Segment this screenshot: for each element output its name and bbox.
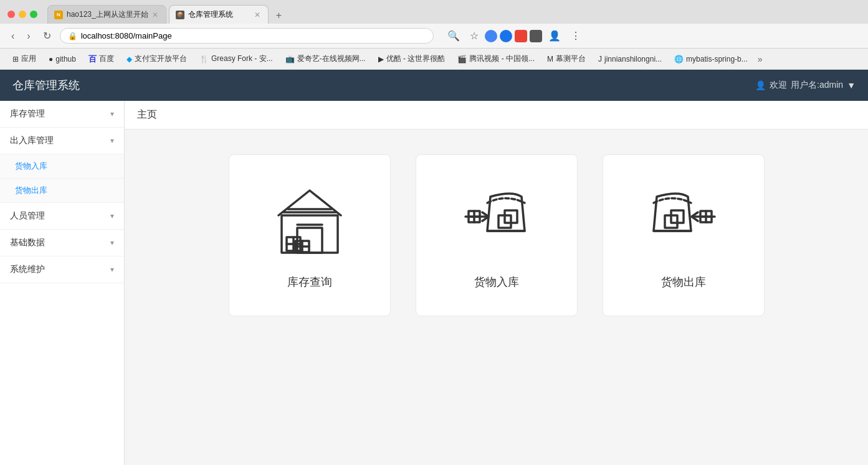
more-button[interactable]: ⋮ [567, 27, 584, 44]
sidebar-label-system: 系统维护 [10, 264, 45, 275]
lock-icon: 🔒 [68, 32, 77, 40]
traffic-lights [7, 11, 37, 18]
tab-favicon-1: N [54, 11, 63, 19]
bookmark-youku[interactable]: ▶ 优酷 - 这世界很酷 [373, 52, 451, 66]
refresh-button[interactable]: ↻ [39, 27, 55, 44]
sidebar-item-system[interactable]: 系统维护 ▾ [0, 256, 124, 283]
sidebar-arrow-base-data: ▾ [110, 238, 114, 247]
youku-icon: ▶ [378, 55, 384, 63]
toolbar-actions: 🔍 ☆ 👤 ⋮ [444, 27, 584, 44]
close-button[interactable] [7, 11, 15, 18]
sidebar-subitem-label-goods-out: 货物出库 [15, 186, 47, 195]
browser-tab-2[interactable]: 📦 仓库管理系统 ✕ [169, 5, 269, 24]
chrome-extension-2[interactable] [500, 30, 512, 42]
sidebar-label-inout: 出入库管理 [10, 135, 54, 146]
chrome-extension-3[interactable] [515, 30, 527, 42]
cards-container: 库存查询 [229, 154, 765, 316]
main-page-header: 主页 [125, 101, 868, 129]
sidebar-item-people[interactable]: 人员管理 ▾ [0, 203, 124, 230]
bookmark-alipay[interactable]: ◆ 支付宝开放平台 [122, 52, 192, 66]
browser-tab-1[interactable]: N hao123_上网从这里开始 ✕ [47, 5, 166, 24]
card-label-inventory: 库存查询 [287, 275, 332, 289]
bookmark-baidu[interactable]: 百 百度 [83, 52, 119, 67]
new-tab-button[interactable]: + [271, 7, 287, 24]
alipay-icon: ◆ [126, 55, 132, 63]
sidebar-arrow-inout: ▾ [110, 136, 114, 145]
bookmark-label-alipay: 支付宝开放平台 [135, 54, 187, 64]
app-header: 仓库管理系统 👤 欢迎 用户名:admin ▼ [0, 70, 868, 101]
tab-favicon-2: 📦 [176, 11, 184, 19]
bookmark-label-baidu: 百度 [99, 54, 114, 64]
tab-title-1: hao123_上网从这里开始 [67, 9, 148, 20]
sidebar-submenu-inout: 货物入库 货物出库 [0, 154, 124, 203]
mutest-icon: M [547, 55, 553, 63]
bookmark-star-button[interactable]: ☆ [466, 27, 482, 44]
baidu-icon: 百 [88, 54, 97, 65]
bookmark-label-mybatis: mybatis-spring-b... [686, 55, 748, 63]
bookmark-mutest[interactable]: M 幕测平台 [542, 52, 591, 66]
user-menu[interactable]: 👤 欢迎 用户名:admin ▼ [755, 80, 856, 91]
sidebar-arrow-people: ▾ [110, 212, 114, 220]
app-body: 库存管理 ▾ 出入库管理 ▾ 货物入库 货物出库 [0, 101, 868, 465]
maximize-button[interactable] [30, 11, 37, 18]
chrome-extension-4[interactable] [530, 30, 542, 42]
bookmark-iqiyi[interactable]: 📺 爱奇艺-在线视频网... [280, 52, 371, 66]
sidebar-arrow-inventory: ▾ [110, 110, 114, 118]
tab-close-2[interactable]: ✕ [254, 11, 260, 19]
bookmarks-bar: ⊞ 应用 ● github 百 百度 ◆ 支付宝开放平台 🍴 Greasy Fo… [0, 49, 868, 70]
profile-button[interactable]: 👤 [545, 27, 565, 44]
bookmarks-more-button[interactable]: » [755, 52, 765, 67]
mybatis-icon: 🌐 [674, 55, 684, 63]
welcome-text: 欢迎 [770, 80, 787, 91]
card-inbound[interactable]: 货物入库 [416, 154, 578, 316]
bookmark-label-youku: 优酷 - 这世界很酷 [386, 54, 446, 64]
sidebar-label-base-data: 基础数据 [10, 237, 45, 248]
sidebar-subitem-goods-in[interactable]: 货物入库 [0, 154, 124, 179]
user-dropdown-arrow: ▼ [847, 80, 856, 90]
outbound-icon [643, 181, 724, 262]
sidebar-subitem-goods-out[interactable]: 货物出库 [0, 179, 124, 203]
tencent-icon: 🎬 [457, 55, 467, 63]
main-content: 主页 [125, 101, 868, 465]
card-inventory[interactable]: 库存查询 [229, 154, 391, 316]
jinnian-icon: J [598, 55, 602, 63]
tab-close-1[interactable]: ✕ [152, 11, 158, 19]
bookmark-greasyfork[interactable]: 🍴 Greasy Fork - 安... [194, 52, 278, 66]
bookmark-jinnian[interactable]: J jinnianshilongni... [593, 53, 667, 65]
browser-window: N hao123_上网从这里开始 ✕ 📦 仓库管理系统 ✕ + ‹ › ↻ 🔒 … [0, 0, 868, 465]
bookmark-label-tencent: 腾讯视频 - 中国领... [469, 54, 535, 64]
warehouse-icon [269, 181, 350, 262]
address-bar[interactable]: 🔒 [60, 28, 434, 44]
sidebar-item-inventory[interactable]: 库存管理 ▾ [0, 101, 124, 128]
bookmark-label-greasyfork: Greasy Fork - 安... [211, 54, 273, 64]
zoom-button[interactable]: 🔍 [444, 27, 464, 44]
card-outbound[interactable]: 货物出库 [603, 154, 765, 316]
bookmark-mybatis[interactable]: 🌐 mybatis-spring-b... [669, 53, 753, 65]
minimize-button[interactable] [19, 11, 26, 18]
page-title: 主页 [137, 109, 157, 120]
github-icon: ● [49, 55, 53, 63]
address-input[interactable] [81, 31, 426, 40]
sidebar-label-people: 人员管理 [10, 210, 45, 222]
bookmark-apps[interactable]: ⊞ 应用 [7, 52, 41, 66]
bookmark-label-iqiyi: 爱奇艺-在线视频网... [297, 54, 366, 64]
bookmark-label-apps: 应用 [21, 54, 36, 64]
sidebar-arrow-system: ▾ [110, 265, 114, 274]
back-button[interactable]: ‹ [7, 28, 18, 44]
sidebar-item-base-data[interactable]: 基础数据 ▾ [0, 230, 124, 256]
user-icon: 👤 [755, 80, 766, 90]
app-title: 仓库管理系统 [12, 78, 80, 93]
inbound-icon [456, 181, 537, 262]
tab-title-2: 仓库管理系统 [188, 9, 250, 20]
sidebar-label-inventory: 库存管理 [10, 108, 45, 120]
sidebar-subitem-label-goods-in: 货物入库 [15, 161, 47, 171]
app-container: 仓库管理系统 👤 欢迎 用户名:admin ▼ 库存管理 ▾ 出入库管理 ▾ [0, 70, 868, 465]
forward-button[interactable]: › [23, 28, 34, 44]
bookmark-tencent[interactable]: 🎬 腾讯视频 - 中国领... [452, 52, 540, 66]
sidebar-item-inout[interactable]: 出入库管理 ▾ [0, 128, 124, 154]
chrome-extension-1[interactable] [485, 30, 497, 42]
username-text: 用户名:admin [791, 80, 843, 91]
bookmark-github[interactable]: ● github [44, 53, 81, 65]
bookmark-label-github: github [55, 55, 76, 63]
bookmark-label-mutest: 幕测平台 [556, 54, 586, 64]
